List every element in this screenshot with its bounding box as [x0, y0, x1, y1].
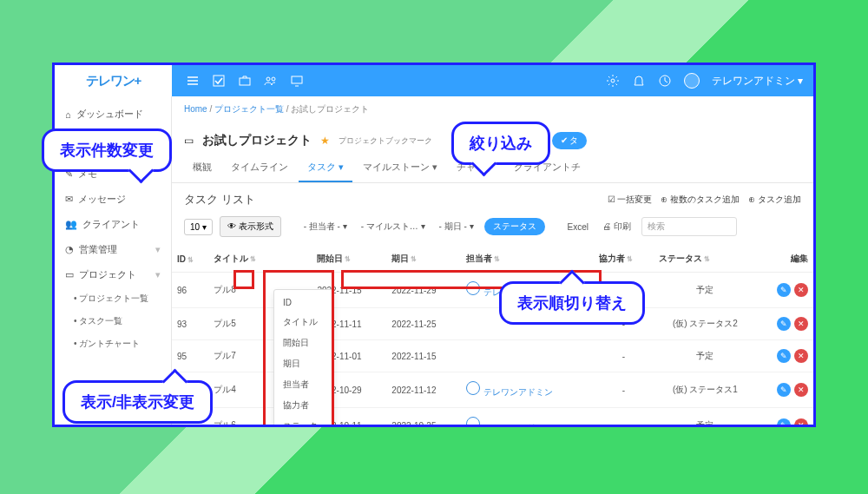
breadcrumb-projects[interactable]: プロジェクト一覧: [214, 104, 284, 114]
table-row[interactable]: プル42022-10-292022-11-12テレワンアドミン-(仮) ステータ…: [172, 372, 813, 408]
bell-icon[interactable]: [632, 74, 646, 88]
filter-milestone[interactable]: - マイルスト… ▾: [358, 218, 429, 235]
cell-collab: -: [594, 340, 654, 372]
table-row[interactable]: 95プル72022-11-012022-11-15-予定✎✕: [172, 340, 813, 372]
delete-button[interactable]: ✕: [794, 418, 808, 425]
project-title: お試しプロジェクト: [202, 133, 312, 148]
edit-button[interactable]: ✎: [777, 383, 791, 397]
avatar[interactable]: [684, 73, 700, 89]
th-due[interactable]: 期日⇅: [386, 246, 461, 273]
briefcase-icon[interactable]: [238, 74, 252, 88]
svg-point-3: [272, 77, 275, 81]
bulk-edit-button[interactable]: ☑ 一括変更: [608, 194, 653, 206]
edit-button[interactable]: ✎: [777, 283, 791, 297]
menu-icon[interactable]: [186, 74, 200, 88]
sidebar-item-client[interactable]: 👥クライアント: [55, 212, 171, 237]
columns-button[interactable]: 👁 表示形式: [220, 216, 281, 237]
star-icon[interactable]: ★: [320, 135, 330, 147]
cell-due: 2022-11-15: [386, 340, 461, 372]
columns-menu-item[interactable]: タイトル: [274, 312, 333, 333]
th-title[interactable]: タイトル⇅: [208, 246, 312, 273]
filter-status[interactable]: ステータス: [484, 218, 545, 235]
edit-button[interactable]: ✎: [777, 317, 791, 331]
cell-status: (仮) ステータス2: [654, 308, 756, 340]
tab-tasks[interactable]: タスク ▾: [299, 154, 352, 182]
breadcrumb: Home / プロジェクト一覧 / お試しプロジェクト: [172, 96, 813, 122]
cell-assignee: テレワンアドミン: [461, 372, 593, 408]
columns-menu-item[interactable]: ステータス: [274, 416, 333, 427]
cell-due: 2022-11-29: [386, 273, 461, 308]
multi-add-button[interactable]: ⊕ 複数のタスク追加: [661, 194, 740, 206]
cell-due: 2022-10-25: [386, 408, 461, 425]
project-cta[interactable]: ✔ タ: [552, 132, 588, 149]
users-icon[interactable]: [264, 74, 278, 88]
delete-button[interactable]: ✕: [794, 383, 808, 397]
cell-actions: ✎✕: [757, 408, 813, 425]
edit-button[interactable]: ✎: [777, 349, 791, 363]
th-edit: 編集: [757, 246, 813, 273]
sidebar-sub-task-list[interactable]: • タスク一覧: [55, 310, 171, 333]
bookmark-link[interactable]: プロジェクトブックマーク: [339, 135, 432, 147]
export-excel[interactable]: Excel: [564, 220, 592, 234]
clock-icon[interactable]: [658, 74, 672, 88]
svg-point-5: [611, 79, 615, 82]
app-window: テレワン+ テレワンアドミン ▾ ⌂ダッシュボード ✎メモ ✉メッセージ 👥クラ…: [52, 63, 816, 427]
cell-actions: ✎✕: [757, 340, 813, 372]
svg-rect-4: [292, 76, 302, 83]
cell-id: 95: [172, 340, 208, 372]
th-status[interactable]: ステータス⇅: [654, 246, 756, 273]
columns-menu-item[interactable]: 期日: [274, 353, 333, 374]
sidebar-item-message[interactable]: ✉メッセージ: [55, 187, 171, 212]
table-row[interactable]: 96プル82022-11-152022-11-29テレワンアドミン-予定✎✕: [172, 273, 813, 308]
filter-assignee[interactable]: - 担当者 - ▾: [300, 218, 351, 235]
print-button[interactable]: 🖨 印刷: [599, 218, 635, 235]
annotation-sort: 表示順切り替え: [499, 281, 645, 325]
add-task-button[interactable]: ⊕ タスク追加: [748, 194, 801, 206]
th-collab[interactable]: 協力者⇅: [594, 246, 654, 273]
tab-timeline[interactable]: タイムライン: [222, 154, 297, 182]
cell-status: 予定: [654, 408, 756, 425]
columns-menu-item[interactable]: 担当者: [274, 374, 333, 395]
filter-row: 10 ▾ 👁 表示形式 - 担当者 - ▾ - マイルスト… ▾ - 期日 - …: [172, 211, 813, 246]
table-row[interactable]: プル62022-10-112022-10-25テレワンアドミン-予定✎✕: [172, 408, 813, 425]
avatar-icon: [466, 281, 480, 295]
th-id[interactable]: ID⇅: [172, 246, 208, 273]
svg-rect-1: [240, 78, 250, 85]
sidebar-item-sales[interactable]: ◔営業管理▾: [55, 237, 171, 262]
cell-collab: -: [594, 408, 654, 425]
search-input[interactable]: 検索: [641, 217, 737, 236]
delete-button[interactable]: ✕: [794, 349, 808, 363]
topbar: テレワン+ テレワンアドミン ▾: [55, 65, 813, 96]
monitor-icon[interactable]: [290, 74, 304, 88]
avatar-icon: [466, 417, 480, 425]
page-size-select[interactable]: 10 ▾: [184, 219, 213, 235]
sidebar-sub-gantt[interactable]: • ガントチャート: [55, 333, 171, 355]
sidebar-item-dashboard[interactable]: ⌂ダッシュボード: [55, 102, 171, 127]
check-icon[interactable]: [212, 74, 226, 88]
cell-actions: ✎✕: [757, 273, 813, 308]
filter-due[interactable]: - 期日 - ▾: [436, 218, 477, 235]
sidebar-item-project[interactable]: ▭プロジェクト▾: [55, 262, 171, 287]
table-row[interactable]: 93プル52022-11-112022-11-25-(仮) ステータス2✎✕: [172, 308, 813, 340]
cell-collab: -: [594, 372, 654, 408]
columns-menu-item[interactable]: ID: [274, 293, 333, 312]
brand-logo[interactable]: テレワン+: [55, 65, 172, 96]
annotation-filter: 絞り込み: [451, 122, 550, 165]
edit-button[interactable]: ✎: [777, 418, 791, 425]
delete-button[interactable]: ✕: [794, 283, 808, 297]
tab-overview[interactable]: 概観: [184, 154, 220, 182]
breadcrumb-current: お試しプロジェクト: [291, 104, 369, 114]
th-assignee[interactable]: 担当者⇅: [461, 246, 593, 273]
user-menu[interactable]: テレワンアドミン ▾: [712, 74, 803, 89]
th-start[interactable]: 開始日⇅: [312, 246, 386, 273]
cell-actions: ✎✕: [757, 372, 813, 408]
breadcrumb-home[interactable]: Home: [184, 104, 207, 114]
sidebar-sub-project-list[interactable]: • プロジェクト一覧: [55, 287, 171, 310]
cell-status: 予定: [654, 340, 756, 372]
gear-icon[interactable]: [606, 74, 620, 88]
tab-milestones[interactable]: マイルストーン ▾: [354, 154, 446, 182]
columns-menu-item[interactable]: 開始日: [274, 333, 333, 353]
funnel-icon: ◔: [65, 244, 74, 255]
delete-button[interactable]: ✕: [794, 317, 808, 331]
columns-menu-item[interactable]: 協力者: [274, 395, 333, 416]
